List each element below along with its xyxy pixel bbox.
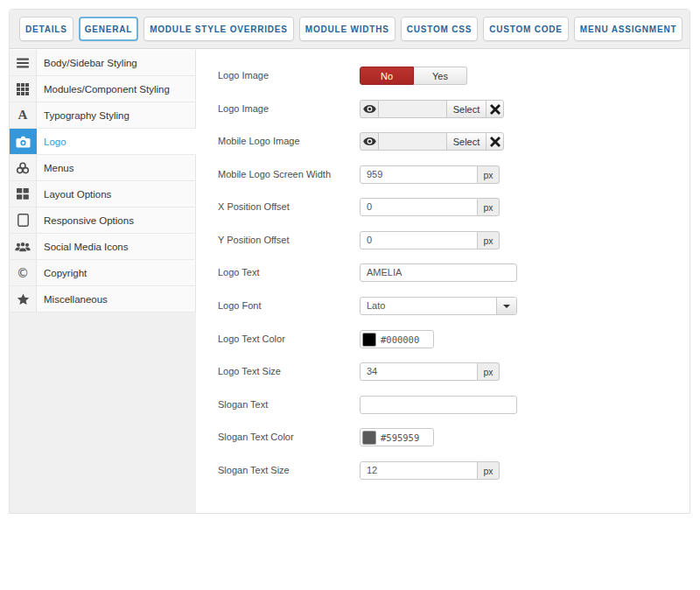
toggle-no-button[interactable]: No bbox=[360, 67, 414, 85]
mobile-logo-screen-width-input[interactable]: 959 bbox=[360, 165, 478, 184]
field-label: Mobile Logo Image bbox=[218, 132, 356, 151]
form-row-logo-text-color-8: Logo Text Color#000000 bbox=[196, 330, 690, 348]
sidebar-item-layout-options[interactable]: Layout Options bbox=[10, 181, 196, 207]
field-label: Logo Text Color bbox=[218, 330, 356, 348]
slogan-text-input[interactable] bbox=[360, 396, 517, 414]
sidebar: Body/Sidebar StylingModules/Component St… bbox=[10, 50, 196, 513]
field-control: 0px bbox=[360, 198, 500, 216]
sidebar-item-label: Logo bbox=[37, 129, 196, 154]
tab-custom-code[interactable]: CUSTOM CODE bbox=[483, 17, 569, 41]
media-path-input[interactable] bbox=[379, 100, 447, 118]
sidebar-item-label: Body/Sidebar Styling bbox=[37, 50, 196, 75]
sidebar-item-label: Typography Styling bbox=[37, 102, 196, 128]
sidebar-item-label: Responsive Options bbox=[37, 207, 196, 233]
tab-module-widths[interactable]: MODULE WIDTHS bbox=[299, 17, 396, 41]
clear-media-icon[interactable] bbox=[486, 100, 504, 118]
field-control: 12px bbox=[360, 461, 500, 480]
tab-module-style-overrides[interactable]: MODULE STYLE OVERRIDES bbox=[144, 17, 294, 41]
dropdown-caret-button[interactable] bbox=[496, 298, 516, 314]
field-control: AMELIA bbox=[360, 263, 517, 282]
px-unit-addon: px bbox=[478, 461, 500, 480]
sidebar-item-label: Miscellaneous bbox=[37, 286, 196, 312]
logo-text-input[interactable]: AMELIA bbox=[360, 263, 517, 282]
px-unit-addon: px bbox=[478, 165, 500, 184]
form-row-logo-text-size-9: Logo Text Size34px bbox=[196, 362, 690, 381]
slogan-text-color-field[interactable]: #595959 bbox=[360, 428, 434, 446]
sidebar-item-label: Modules/Component Styling bbox=[37, 76, 196, 102]
sidebar-item-typography-styling[interactable]: ATypography Styling bbox=[10, 102, 196, 129]
users-icon bbox=[10, 234, 37, 259]
form-row-mobile-logo-image-2: Mobile Logo ImageSelect bbox=[196, 132, 690, 151]
field-control: Select bbox=[360, 100, 504, 118]
logo-text-size-input[interactable]: 34 bbox=[360, 362, 478, 381]
px-unit-addon: px bbox=[478, 198, 500, 216]
field-control: 34px bbox=[360, 362, 500, 381]
color-swatch[interactable] bbox=[362, 431, 376, 445]
px-unit-addon: px bbox=[478, 231, 500, 249]
menus-icon bbox=[10, 155, 37, 180]
form-row-logo-font-7: Logo FontLato bbox=[196, 297, 690, 315]
field-control: #000000 bbox=[360, 330, 434, 348]
field-label: Logo Font bbox=[218, 297, 356, 315]
toggle-yes-button[interactable]: Yes bbox=[414, 67, 467, 85]
field-label: Logo Image bbox=[218, 67, 356, 85]
field-label: Logo Text bbox=[218, 263, 356, 282]
sidebar-item-social-media-icons[interactable]: Social Media Icons bbox=[10, 234, 196, 260]
sidebar-item-modules-component-styling[interactable]: Modules/Component Styling bbox=[10, 76, 196, 102]
field-control: 959px bbox=[360, 165, 500, 184]
sidebar-item-label: Menus bbox=[37, 155, 196, 180]
field-label: Mobile Logo Screen Width bbox=[218, 165, 356, 184]
preview-eye-icon[interactable] bbox=[360, 100, 379, 118]
form-row-mobile-logo-screen-width-3: Mobile Logo Screen Width959px bbox=[196, 165, 690, 184]
color-hex-value: #595959 bbox=[381, 432, 419, 443]
form-area: Logo ImageNoYesLogo ImageSelectMobile Lo… bbox=[196, 50, 690, 513]
tab-menu-assignment[interactable]: MENU ASSIGNMENT bbox=[574, 17, 683, 41]
sidebar-item-menus[interactable]: Menus bbox=[10, 155, 196, 181]
tab-details[interactable]: DETAILS bbox=[19, 17, 74, 41]
bars-icon bbox=[10, 50, 37, 75]
caret-down-icon bbox=[503, 305, 510, 308]
sidebar-item-label: Social Media Icons bbox=[37, 234, 196, 259]
form-row-slogan-text-size-12: Slogan Text Size12px bbox=[196, 461, 690, 480]
color-hex-value: #000000 bbox=[381, 334, 419, 345]
sidebar-item-logo[interactable]: Logo bbox=[10, 129, 196, 155]
sidebar-item-body-sidebar-styling[interactable]: Body/Sidebar Styling bbox=[10, 50, 196, 76]
camera-icon bbox=[10, 129, 37, 154]
form-row-x-position-offset-4: X Position Offset0px bbox=[196, 198, 690, 216]
field-label: Logo Image bbox=[218, 100, 356, 118]
layout-icon bbox=[10, 181, 37, 207]
color-swatch[interactable] bbox=[362, 333, 376, 347]
font-icon: A bbox=[10, 102, 37, 128]
form-row-y-position-offset-5: Y Position Offset0px bbox=[196, 231, 690, 249]
sidebar-item-label: Copyright bbox=[37, 260, 196, 285]
field-label: Logo Text Size bbox=[218, 362, 356, 381]
grid-icon bbox=[10, 76, 37, 102]
form-row-logo-image-0: Logo ImageNoYes bbox=[196, 67, 690, 85]
field-label: Slogan Text bbox=[218, 396, 356, 414]
select-media-button[interactable]: Select bbox=[446, 132, 486, 151]
field-control: Lato bbox=[360, 297, 517, 315]
media-path-input[interactable] bbox=[379, 132, 447, 151]
sidebar-item-responsive-options[interactable]: Responsive Options bbox=[10, 207, 196, 234]
field-control: Select bbox=[360, 132, 504, 151]
logo-text-color-field[interactable]: #000000 bbox=[360, 330, 434, 348]
preview-eye-icon[interactable] bbox=[360, 132, 379, 151]
tab-custom-css[interactable]: CUSTOM CSS bbox=[401, 17, 479, 41]
field-control: NoYes bbox=[360, 67, 467, 85]
logo-font-select[interactable]: Lato bbox=[360, 297, 517, 315]
y-position-offset-input[interactable]: 0 bbox=[360, 231, 478, 249]
slogan-text-size-input[interactable]: 12 bbox=[360, 461, 478, 480]
clear-media-icon[interactable] bbox=[486, 132, 504, 151]
form-row-logo-image-1: Logo ImageSelect bbox=[196, 100, 690, 118]
sidebar-item-miscellaneous[interactable]: Miscellaneous bbox=[10, 286, 196, 313]
field-control: 0px bbox=[360, 231, 500, 249]
field-label: X Position Offset bbox=[218, 198, 356, 216]
sidebar-item-copyright[interactable]: ©Copyright bbox=[10, 260, 196, 286]
select-media-button[interactable]: Select bbox=[446, 100, 486, 118]
form-row-slogan-text-color-11: Slogan Text Color#595959 bbox=[196, 428, 690, 446]
form-row-slogan-text-10: Slogan Text bbox=[196, 396, 690, 414]
tab-general[interactable]: GENERAL bbox=[79, 17, 139, 41]
tab-strip: DETAILSGENERALMODULE STYLE OVERRIDESMODU… bbox=[10, 10, 690, 49]
field-label: Slogan Text Color bbox=[218, 428, 356, 446]
x-position-offset-input[interactable]: 0 bbox=[360, 198, 478, 216]
